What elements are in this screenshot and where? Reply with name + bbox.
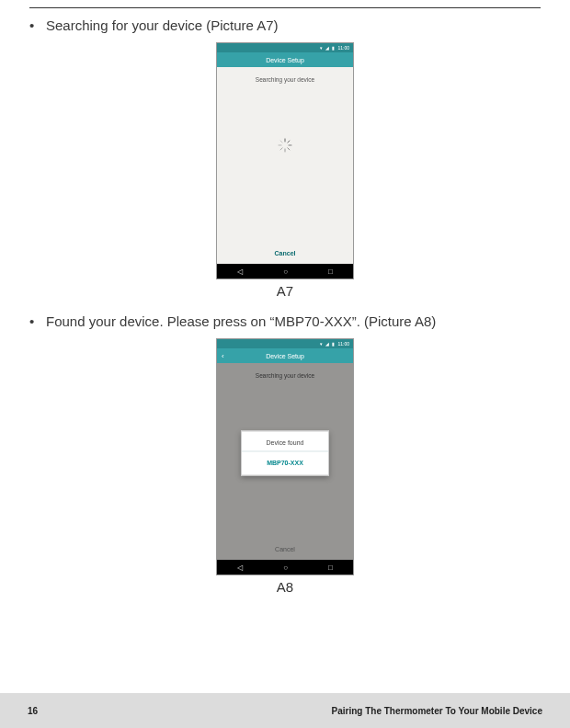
page-number: 16 xyxy=(28,706,38,716)
bullet-item: • Searching for your device (Picture A7) xyxy=(29,17,541,33)
caption-a7: A7 xyxy=(29,283,541,299)
phone-screenshot-a8: ▾ ◢ ▮ 11:00 ‹ Device Setup Searching you… xyxy=(216,338,354,575)
bullet-text: Searching for your device (Picture A7) xyxy=(46,17,279,33)
svg-line-3 xyxy=(288,148,290,150)
nav-back-icon[interactable]: ◁ xyxy=(237,563,243,572)
svg-line-7 xyxy=(280,141,282,142)
nav-home-icon[interactable]: ○ xyxy=(283,563,288,572)
app-title-bar: Device Setup xyxy=(217,52,353,67)
cancel-button[interactable]: Cancel xyxy=(275,250,296,256)
svg-line-5 xyxy=(280,148,282,150)
wifi-icon: ▾ xyxy=(320,341,323,347)
nav-back-icon[interactable]: ◁ xyxy=(237,267,243,276)
phone-screenshot-a7: ▾ ◢ ▮ 11:00 Device Setup Searching your … xyxy=(216,42,354,279)
app-title: Device Setup xyxy=(266,353,304,359)
status-time: 11:00 xyxy=(337,45,349,51)
nav-recent-icon[interactable]: □ xyxy=(328,267,333,276)
screen-subtitle: Searching your device xyxy=(256,76,314,83)
signal-icon: ◢ xyxy=(325,341,329,347)
app-title: Device Setup xyxy=(266,57,304,63)
signal-icon: ◢ xyxy=(325,45,329,51)
app-screen: Searching your device xyxy=(217,67,353,264)
dialog-device-item[interactable]: MBP70-XXX xyxy=(242,452,328,475)
dialog-title: Device found xyxy=(242,432,328,451)
app-title-bar: ‹ Device Setup xyxy=(217,348,353,363)
app-screen: Searching your device Cancel Device foun… xyxy=(217,363,353,560)
bullet-dot: • xyxy=(29,313,46,329)
device-found-dialog: Device found MBP70-XXX xyxy=(241,431,329,476)
nav-home-icon[interactable]: ○ xyxy=(283,267,288,276)
status-bar: ▾ ◢ ▮ 11:00 xyxy=(217,43,353,52)
back-icon[interactable]: ‹ xyxy=(222,352,224,360)
bullet-text: Found your device. Please press on “MBP7… xyxy=(46,313,436,329)
battery-icon: ▮ xyxy=(332,45,335,51)
battery-icon: ▮ xyxy=(332,341,335,347)
bullet-item: • Found your device. Please press on “MB… xyxy=(29,313,541,329)
svg-line-1 xyxy=(288,141,290,142)
status-time: 11:00 xyxy=(337,341,349,347)
caption-a8: A8 xyxy=(29,579,541,595)
nav-recent-icon[interactable]: □ xyxy=(328,563,333,572)
page-footer: 16 Pairing The Thermometer To Your Mobil… xyxy=(0,693,570,728)
section-title: Pairing The Thermometer To Your Mobile D… xyxy=(332,706,543,716)
status-bar: ▾ ◢ ▮ 11:00 xyxy=(217,339,353,348)
wifi-icon: ▾ xyxy=(320,45,323,51)
nav-bar: ◁ ○ □ xyxy=(217,264,353,279)
nav-bar: ◁ ○ □ xyxy=(217,560,353,574)
spinner-icon xyxy=(278,138,292,153)
bullet-dot: • xyxy=(29,17,46,33)
